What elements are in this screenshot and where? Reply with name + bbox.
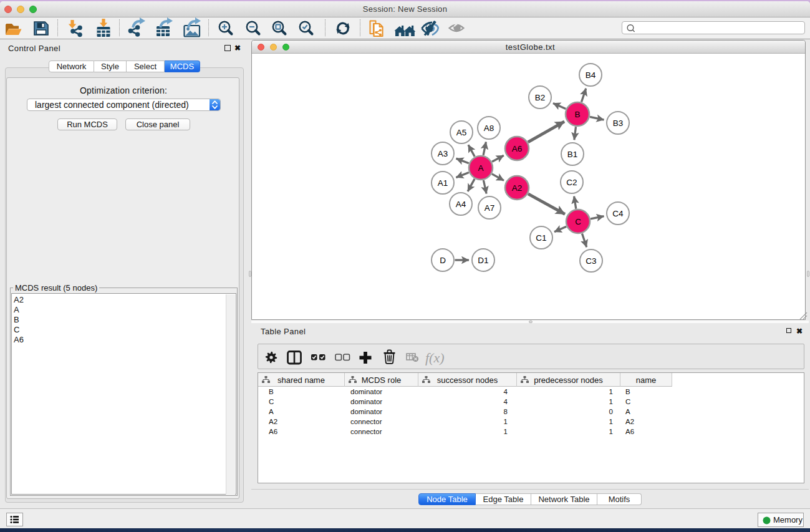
- svg-text:A8: A8: [484, 123, 494, 133]
- svg-text:B2: B2: [535, 93, 546, 102]
- svg-text:C1: C1: [536, 233, 546, 243]
- svg-text:A5: A5: [456, 128, 467, 137]
- svg-text:D1: D1: [478, 256, 488, 265]
- svg-text:B4: B4: [586, 70, 596, 80]
- svg-text:A6: A6: [512, 144, 523, 153]
- svg-text:D: D: [440, 256, 446, 265]
- svg-text:B1: B1: [567, 150, 578, 159]
- svg-text:A: A: [478, 163, 483, 173]
- svg-text:B: B: [574, 110, 580, 119]
- svg-text:C4: C4: [612, 209, 624, 218]
- svg-text:A1: A1: [438, 178, 448, 188]
- svg-text:C3: C3: [586, 256, 596, 266]
- svg-text:C2: C2: [566, 178, 577, 187]
- svg-text:A3: A3: [438, 149, 448, 158]
- svg-text:A7: A7: [485, 203, 495, 213]
- svg-text:B3: B3: [613, 118, 624, 128]
- svg-text:A2: A2: [512, 183, 523, 193]
- svg-text:A4: A4: [456, 200, 466, 209]
- svg-text:f(x): f(x): [425, 350, 445, 365]
- svg-text:C: C: [575, 217, 581, 226]
